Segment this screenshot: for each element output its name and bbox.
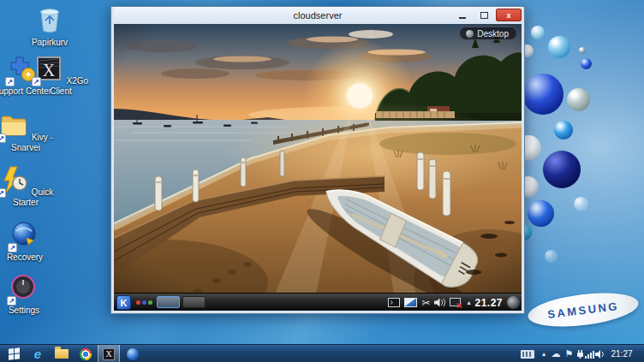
remote-wallpaper xyxy=(114,24,522,311)
x2go-icon: X xyxy=(103,348,115,360)
folder-icon xyxy=(55,349,69,359)
action-center-button[interactable]: ⚑ xyxy=(564,345,575,362)
onedrive-tray-button[interactable]: ☁ xyxy=(550,345,562,362)
desktop-icon-x2go-client[interactable]: X ↗ X2Go Client xyxy=(32,53,90,96)
desktop-toolbox-button[interactable]: Desktop xyxy=(459,27,517,40)
svg-text:X: X xyxy=(43,61,56,80)
power-plug-icon xyxy=(576,349,584,359)
shortcut-arrow-icon: ↗ xyxy=(32,77,41,86)
taskbar-app-sphere[interactable] xyxy=(122,345,143,362)
cloud-icon: ☁ xyxy=(552,349,561,359)
wallpaper-bubble xyxy=(531,26,545,39)
maximize-icon xyxy=(480,12,488,19)
desktop-icon-settings[interactable]: ↗ Settings xyxy=(0,272,53,315)
panel-cashew-icon[interactable] xyxy=(507,296,520,309)
network-disconnected-icon[interactable] xyxy=(450,298,462,308)
taskbar-clock[interactable]: 21:27 xyxy=(605,345,639,362)
quick-starter-icon: ↗ xyxy=(0,187,32,197)
close-icon: x xyxy=(506,11,510,20)
toolbox-label: Desktop xyxy=(477,29,509,39)
wallpaper-bubble xyxy=(567,88,590,111)
desktop-icon-label: Settings xyxy=(9,306,39,315)
shortcut-arrow-icon: ↗ xyxy=(0,134,6,143)
display-tray-icon[interactable] xyxy=(404,298,417,307)
wallpaper-bubble xyxy=(543,151,581,188)
remote-system-tray: ✂ ▴ 21.27 xyxy=(388,294,520,311)
launcher-dot-green[interactable] xyxy=(148,300,152,305)
wallpaper-bubble xyxy=(579,47,586,54)
wallpaper-bubble xyxy=(581,58,592,69)
remote-desktop-view: Desktop K xyxy=(114,24,522,311)
close-button[interactable]: x xyxy=(496,9,522,21)
remote-taskbar: K xyxy=(114,293,522,311)
maximize-button[interactable] xyxy=(474,9,495,21)
flag-icon: ⚑ xyxy=(565,349,574,359)
shortcut-arrow-icon: ↗ xyxy=(0,188,6,198)
chevron-up-icon: ▴ xyxy=(542,349,546,359)
folder-icon: ↗ xyxy=(0,133,32,142)
virtual-desktop-2[interactable] xyxy=(182,296,206,308)
taskbar-file-explorer[interactable] xyxy=(51,345,72,362)
desktop: SAMSUNG Papirkurv ↗ Support Center xyxy=(0,0,644,362)
shortcut-arrow-icon: ↗ xyxy=(5,77,15,86)
desktop-icon-recycle-bin[interactable]: Papirkurv xyxy=(21,4,79,47)
touch-keyboard-button[interactable] xyxy=(519,345,536,362)
blue-sphere-icon xyxy=(127,348,139,360)
tray-expand-icon[interactable]: ▴ xyxy=(467,299,470,306)
samsung-logo-text: SAMSUNG xyxy=(546,299,619,320)
volume-icon[interactable] xyxy=(434,298,445,307)
launcher-dot-red[interactable] xyxy=(136,300,140,305)
launcher-dot-blue[interactable] xyxy=(142,300,146,305)
remote-clock[interactable]: 21.27 xyxy=(474,297,503,309)
desktop-icon-kivy-shortcut[interactable]: ↗ Kivy - Snarvei xyxy=(0,110,55,152)
internet-explorer-icon: e xyxy=(34,347,41,361)
klipper-scissors-icon[interactable]: ✂ xyxy=(421,298,430,308)
wallpaper-bubble xyxy=(522,74,564,115)
cashew-icon xyxy=(466,30,474,38)
recovery-icon: ↗ xyxy=(9,242,40,252)
konsole-tray-icon[interactable] xyxy=(388,298,400,307)
window-title: cloudserver xyxy=(294,10,343,21)
x2go-client-icon: X ↗ xyxy=(33,76,67,86)
windows-logo-icon xyxy=(9,347,20,359)
recycle-bin-icon xyxy=(34,27,65,37)
shortcut-arrow-icon: ↗ xyxy=(7,296,16,306)
taskbar-chrome[interactable] xyxy=(75,345,96,362)
settings-knob-icon: ↗ xyxy=(9,295,39,305)
kde-logo-icon: K xyxy=(121,298,128,308)
wallpaper-bubble xyxy=(528,200,554,227)
wallpaper-bubble xyxy=(548,36,570,58)
window-titlebar[interactable]: cloudserver x xyxy=(114,7,522,24)
wallpaper-bubble xyxy=(545,250,558,263)
samsung-logo: SAMSUNG xyxy=(526,288,640,332)
shortcut-arrow-icon: ↗ xyxy=(8,243,17,252)
taskbar-x2go-active[interactable]: X xyxy=(98,345,120,362)
keyboard-icon xyxy=(521,350,534,359)
speaker-icon xyxy=(595,350,605,359)
minimize-icon xyxy=(459,17,466,19)
start-button[interactable] xyxy=(3,345,24,362)
chrome-icon xyxy=(80,348,92,360)
wallpaper-bubble xyxy=(574,197,588,211)
windows-taskbar: e X ▴ ☁ ⚑ xyxy=(0,344,644,362)
wallpaper-bubble xyxy=(554,121,573,139)
kmenu-button[interactable]: K xyxy=(116,295,131,310)
taskbar-internet-explorer[interactable]: e xyxy=(27,345,48,362)
desktop-icon-label: Recovery xyxy=(7,252,43,262)
virtual-desktop-1[interactable] xyxy=(157,296,180,308)
desktop-icon-quick-starter[interactable]: ↗ Quick Starter xyxy=(0,164,55,207)
remote-window: cloudserver x xyxy=(110,6,525,314)
desktop-icon-label: Papirkurv xyxy=(32,38,68,47)
tray-expand-button[interactable]: ▴ xyxy=(539,345,549,362)
minimize-button[interactable] xyxy=(451,9,473,21)
desktop-icon-recovery[interactable]: ↗ Recovery xyxy=(0,219,54,262)
